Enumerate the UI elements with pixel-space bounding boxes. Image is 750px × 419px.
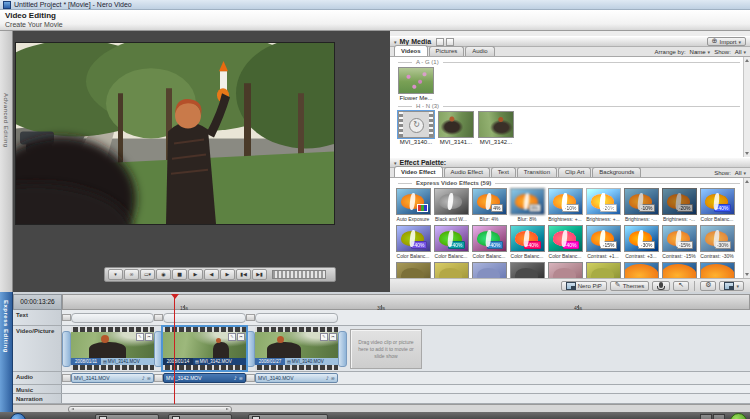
trim-icon[interactable]: ✂ — [329, 333, 337, 341]
track-label-video-picture[interactable]: Video/Picture — [13, 326, 62, 371]
effect-item[interactable]: +10% Brightness: +... — [546, 187, 584, 222]
speaker-icon[interactable]: ♪ — [326, 375, 329, 381]
effect-item[interactable] — [584, 261, 622, 278]
thumbnail-view-icon[interactable] — [436, 38, 444, 46]
transition-handle[interactable] — [154, 331, 163, 367]
effect-thumbnail[interactable]: -10% — [624, 188, 659, 215]
effect-thumbnail[interactable]: +40% — [510, 225, 545, 252]
next-frame-button[interactable]: ▶ — [220, 269, 235, 280]
effect-thumbnail[interactable] — [586, 262, 621, 278]
clip-drop-zone[interactable]: Drag video clip or picture here to add i… — [350, 329, 422, 369]
effect-thumbnail[interactable]: +40% — [434, 225, 469, 252]
audio-connector[interactable] — [62, 374, 71, 382]
effect-thumbnail[interactable]: +15% — [586, 225, 621, 252]
media-item[interactable]: MVI_3142... — [476, 110, 516, 145]
tab-transition[interactable]: Transition — [517, 167, 557, 177]
track-label-audio[interactable]: Audio — [13, 372, 62, 384]
music-track-body[interactable] — [62, 385, 750, 393]
tab-clip-art[interactable]: Clip Art — [558, 167, 591, 177]
display-mode-button[interactable]: ▭▾ — [140, 269, 155, 280]
effect-thumbnail[interactable]: -40% — [548, 225, 583, 252]
link-button[interactable]: ∞ — [124, 269, 139, 280]
effect-item[interactable] — [546, 261, 584, 278]
effect-item[interactable]: -30% Contrast: -30% — [698, 224, 736, 259]
media-item[interactable]: MVI_3140... — [396, 110, 436, 145]
tab-pictures[interactable]: Pictures — [429, 46, 465, 56]
effect-thumbnail[interactable]: -15% — [662, 225, 697, 252]
video-clip[interactable]: ✎ ✂ 2008/01/14 ▤ MVI_3142.MOV — [163, 327, 246, 370]
undo-button[interactable] — [700, 414, 712, 419]
titlebar[interactable]: Untitled Project * [Movie] - Nero Video — [0, 0, 750, 10]
timeline-scrollbar[interactable] — [13, 404, 750, 412]
effect-thumbnail[interactable]: -40% — [396, 225, 431, 252]
effect-item[interactable]: Auto Exposure — [394, 187, 432, 222]
effect-item[interactable]: -20% Brightness: -... — [660, 187, 698, 222]
video-frame[interactable] — [15, 42, 335, 225]
effect-thumbnail[interactable] — [396, 188, 431, 215]
narration-track-body[interactable] — [62, 394, 750, 403]
effect-thumbnail[interactable]: -20% — [662, 188, 697, 215]
effect-thumbnail[interactable] — [624, 262, 659, 278]
effect-thumbnail[interactable]: +30% — [624, 225, 659, 252]
effect-item[interactable] — [698, 261, 736, 278]
effect-item[interactable] — [470, 261, 508, 278]
effect-item[interactable]: +40% Color Balanc... — [432, 224, 470, 259]
media-thumbnail[interactable] — [398, 111, 434, 138]
playhead[interactable] — [174, 294, 175, 404]
tab-backgrounds[interactable]: Backgrounds — [592, 167, 641, 177]
edit-effects-icon[interactable]: ✎ — [228, 333, 236, 341]
media-thumbnail[interactable] — [438, 111, 474, 138]
bottom-toolbar-button-1[interactable] — [95, 414, 159, 419]
text-slot-connector[interactable] — [154, 314, 163, 321]
text-slot[interactable] — [71, 313, 154, 323]
bottom-toolbar-button-2[interactable] — [168, 414, 232, 419]
transition-handle[interactable] — [246, 331, 255, 367]
effect-thumbnail[interactable] — [662, 262, 697, 278]
tab-text[interactable]: Text — [491, 167, 516, 177]
stop-button[interactable]: ■ — [172, 269, 187, 280]
previous-frame-button[interactable]: ◀ — [204, 269, 219, 280]
export-button[interactable]: ▾ — [719, 281, 744, 291]
show-dropdown[interactable]: All ▾ — [735, 49, 746, 55]
output-options-button[interactable]: ▾ — [108, 269, 123, 280]
media-item[interactable]: Flower Me... — [396, 66, 436, 101]
express-editing-rail[interactable]: Express Editing — [0, 292, 13, 412]
text-slot-connector[interactable] — [246, 314, 255, 321]
tab-videos[interactable]: Videos — [394, 45, 428, 56]
effect-item[interactable] — [394, 261, 432, 278]
effect-item[interactable] — [660, 261, 698, 278]
effect-item[interactable]: -15% Contrast: -15% — [660, 224, 698, 259]
effect-item[interactable]: -40% Color Balanc... — [470, 224, 508, 259]
record-narration-button[interactable] — [652, 281, 670, 291]
collapse-icon[interactable]: ▾ — [394, 160, 397, 166]
video-clip[interactable]: ✎ ✂ 2008/01/27 ▤ MVI_3140.MOV — [255, 327, 338, 370]
audio-connector[interactable] — [154, 374, 163, 382]
media-thumbnail[interactable] — [398, 67, 434, 94]
select-tool-button[interactable]: ↖ — [673, 281, 689, 291]
show-dropdown[interactable]: All ▾ — [735, 170, 746, 176]
audio-clip[interactable]: MVI_3140.MOV ♪ ∞ — [255, 373, 338, 383]
edit-effects-icon[interactable]: ✎ — [320, 333, 328, 341]
speaker-icon[interactable]: ♪ — [234, 375, 237, 381]
audio-clip[interactable]: MVI_3141.MOV ♪ ∞ — [71, 373, 154, 383]
audio-connector[interactable] — [246, 374, 255, 382]
tab-video-effect[interactable]: Video Effect — [394, 166, 443, 177]
effect-thumbnail[interactable] — [434, 188, 469, 215]
effect-thumbnail[interactable]: -40% — [472, 225, 507, 252]
advanced-editing-rail[interactable]: Advanced Editing — [0, 31, 13, 292]
track-label-music[interactable]: Music — [13, 385, 62, 393]
import-button[interactable]: ⊕ Import ▾ — [707, 37, 746, 46]
next-step-button[interactable] — [730, 413, 747, 419]
effect-thumbnail[interactable] — [700, 262, 735, 278]
arrange-by-dropdown[interactable]: Name ▾ — [690, 49, 711, 55]
effect-thumbnail[interactable]: +40% — [700, 188, 735, 215]
loop-icon[interactable]: ∞ — [239, 375, 243, 381]
volume-slider[interactable] — [272, 270, 326, 279]
media-thumbnail[interactable] — [478, 111, 514, 138]
trim-icon[interactable]: ✂ — [145, 333, 153, 341]
effect-thumbnail[interactable] — [396, 262, 431, 278]
effect-item[interactable]: Black and W... — [432, 187, 470, 222]
effect-item[interactable] — [622, 261, 660, 278]
speaker-icon[interactable]: ♪ — [142, 375, 145, 381]
bottom-toolbar-dropdown[interactable] — [248, 414, 328, 419]
